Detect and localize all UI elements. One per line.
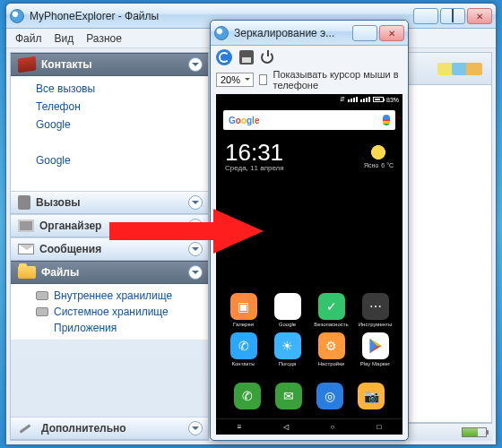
chevron-down-icon[interactable] (188, 242, 203, 256)
mirror-minimize-button[interactable] (352, 25, 377, 41)
app-icon: ⚙ (318, 332, 345, 359)
sidebar-item-phone[interactable]: Телефон (11, 98, 208, 116)
contacts-icon (18, 56, 37, 73)
maximize-button[interactable] (440, 8, 465, 24)
chevron-down-icon[interactable] (188, 265, 203, 280)
app-label: Настройки (318, 361, 344, 366)
clock-time: 16:31 (225, 141, 284, 164)
files-body: Внутреннее хранилище Системное хранилище… (11, 284, 208, 340)
app-label: Play Маркет (360, 361, 391, 366)
weather-cond: Ясно (364, 162, 378, 168)
app-label: Google (279, 322, 296, 327)
dock-app[interactable]: ✆ (234, 383, 261, 409)
google-search-widget[interactable]: Google (223, 110, 395, 130)
app-Безопасность[interactable]: ✓Безопасность (311, 293, 351, 327)
chevron-down-icon[interactable] (188, 421, 203, 435)
toolbar-folder-icons[interactable] (439, 63, 482, 75)
mic-icon[interactable] (383, 115, 390, 125)
app-Галерея[interactable]: ▣Галерея (223, 293, 264, 327)
dock-app[interactable]: ✉ (275, 383, 302, 409)
close-button[interactable] (467, 8, 492, 24)
fullscreen-icon[interactable] (281, 51, 293, 64)
dock-app[interactable]: 📷 (358, 383, 385, 409)
sidebar-section-calls[interactable]: Вызовы (11, 191, 208, 214)
menu-file[interactable]: Файл (15, 32, 42, 45)
nav-back-icon[interactable]: ◁ (280, 421, 292, 434)
save-icon[interactable] (239, 50, 254, 65)
tool-icon (18, 421, 36, 435)
sidebar-section-contacts[interactable]: Контакты (11, 53, 208, 76)
contacts-body: Все вызовы Телефон Google Google (11, 76, 208, 191)
nav-menu-icon[interactable]: ≡ (233, 421, 246, 434)
sidebar-item-system-storage[interactable]: Системное хранилище (11, 304, 208, 320)
phone-status-bar: ⇵ 83% (216, 94, 402, 105)
section-label: Дополнительно (41, 422, 126, 435)
menu-view[interactable]: Вид (55, 32, 74, 45)
sidebar-item-google2[interactable]: Google (11, 151, 208, 169)
battery-indicator (462, 427, 487, 437)
folder-icon (466, 63, 482, 75)
chevron-down-icon[interactable] (188, 219, 203, 233)
organizer-icon (18, 220, 34, 232)
app-icon: ⋯ (362, 293, 389, 320)
app-Play Маркет[interactable]: Play Маркет (355, 332, 395, 366)
sidebar-item-internal-storage[interactable]: Внутреннее хранилище (11, 288, 208, 304)
power-icon[interactable] (261, 51, 273, 64)
app-Инструменты[interactable]: ⋯Инструменты (355, 293, 395, 327)
menu-misc[interactable]: Разное (86, 32, 122, 45)
mirror-close-button[interactable] (379, 25, 404, 41)
sub-label: Внутреннее хранилище (54, 289, 172, 302)
refresh-icon[interactable] (216, 49, 232, 65)
app-label: Галерея (233, 322, 254, 327)
phone-dock: ✆✉◎📷 (223, 377, 395, 413)
nav-recent-icon[interactable]: □ (373, 421, 385, 434)
app-Погода[interactable]: ☀Погода (267, 332, 307, 366)
app-icon (362, 332, 389, 359)
minimize-button[interactable] (413, 8, 438, 24)
google-logo: Google (229, 116, 259, 125)
sidebar-item-apps[interactable]: Приложения (11, 320, 208, 336)
section-label: Органайзер (39, 220, 101, 232)
mirror-toolbar (211, 46, 408, 69)
app-Настройки[interactable]: ⚙Настройки (311, 332, 351, 366)
app-Google[interactable]: Google (267, 293, 307, 327)
dock-app[interactable]: ◎ (316, 383, 343, 409)
app-icon (214, 26, 229, 40)
sidebar-section-messages[interactable]: Сообщения (11, 237, 208, 261)
weather-widget[interactable]: Ясно6 °C (364, 144, 394, 168)
mirror-title-bar[interactable]: Зеркалирование э... (211, 21, 408, 46)
phone-screen[interactable]: ⇵ 83% Google 16:31 Среда, 11 апреля Ясно… (216, 94, 402, 435)
cursor-label: Показывать курсор мыши в телефоне (273, 69, 402, 90)
sidebar-item-blur2 (11, 169, 208, 187)
phone-navbar: ≡ ◁ ○ □ (216, 418, 402, 435)
cursor-checkbox[interactable] (259, 74, 267, 85)
battery-icon (373, 97, 384, 102)
app-label: Безопасность (314, 322, 348, 327)
weather-temp: 6 °C (381, 162, 394, 168)
app-icon: ▣ (230, 293, 257, 320)
sidebar-section-extra[interactable]: Дополнительно (11, 417, 208, 440)
app-Контакты[interactable]: ✆Контакты (223, 332, 264, 366)
nav-home-icon[interactable]: ○ (326, 421, 339, 434)
sidebar-item-all-calls[interactable]: Все вызовы (11, 80, 208, 98)
sidebar-section-files[interactable]: Файлы (11, 261, 208, 284)
zoom-select[interactable]: 20% (216, 73, 254, 87)
section-label: Контакты (41, 58, 92, 71)
sidebar: Контакты Все вызовы Телефон Google Googl… (10, 52, 209, 441)
wifi-icon (360, 97, 370, 102)
signal-icon (348, 97, 358, 102)
messages-icon (18, 244, 34, 254)
mirror-title: Зеркалирование э... (234, 27, 352, 39)
sidebar-section-organizer[interactable]: Органайзер (11, 214, 208, 237)
clock-date: Среда, 11 апреля (225, 164, 284, 172)
sidebar-item-google1[interactable]: Google (11, 116, 208, 134)
app-grid: ▣ГалереяGoogle✓Безопасность⋯Инструменты✆… (223, 293, 395, 366)
chevron-down-icon[interactable] (188, 57, 203, 72)
chevron-down-icon[interactable] (188, 195, 203, 210)
files-icon (18, 266, 36, 279)
notification-icon: ⇵ (340, 96, 345, 103)
disk-icon (36, 307, 48, 316)
calls-icon (18, 195, 30, 210)
section-label: Вызовы (36, 196, 81, 209)
clock-widget[interactable]: 16:31 Среда, 11 апреля Ясно6 °C (223, 137, 395, 176)
